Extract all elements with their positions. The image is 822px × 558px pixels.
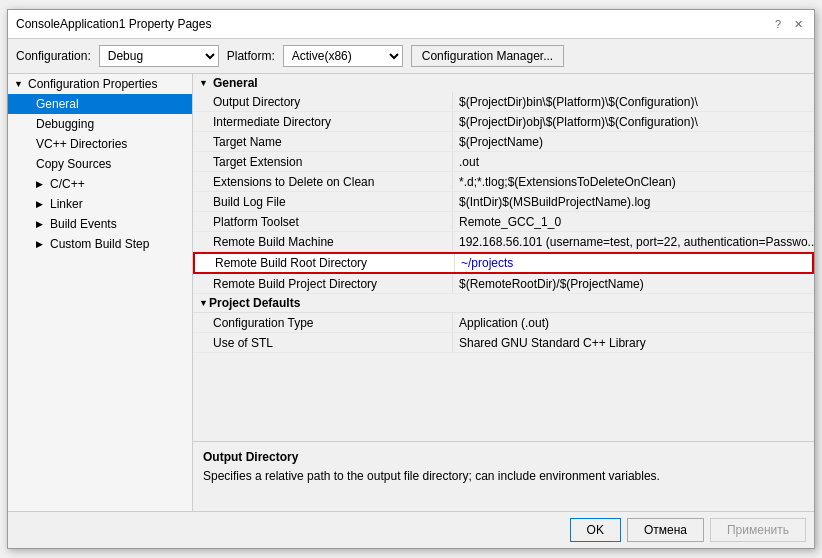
sidebar-item-label: C/C++ [50,177,85,191]
table-row: Intermediate Directory $(ProjectDir)obj\… [193,112,814,132]
prop-value: $(ProjectDir)obj\$(Platform)\$(Configura… [453,112,814,131]
window-title: ConsoleApplication1 Property Pages [16,17,211,31]
sidebar-item-config-props[interactable]: ▼ Configuration Properties [8,74,192,94]
cancel-button[interactable]: Отмена [627,518,704,542]
config-label: Configuration: [16,49,91,63]
table-row: Remote Build Machine 192.168.56.101 (use… [193,232,814,252]
prop-name: Target Extension [193,152,453,171]
prop-value: $(ProjectDir)bin\$(Platform)\$(Configura… [453,92,814,111]
footer: OK Отмена Применить [8,511,814,548]
expand-arrow-icon: ▶ [36,199,46,209]
expand-arrow-icon: ▶ [36,179,46,189]
table-row: Target Extension .out [193,152,814,172]
platform-select[interactable]: Active(x86) [283,45,403,67]
sidebar: ▼ Configuration Properties General Debug… [8,74,193,511]
section-expand-icon: ▼ [199,298,209,308]
prop-value: Application (.out) [453,313,814,332]
close-button[interactable]: ✕ [790,16,806,32]
prop-value: $(IntDir)$(MSBuildProjectName).log [453,192,814,211]
prop-name: Use of STL [193,333,453,352]
prop-name: Output Directory [193,92,453,111]
prop-value: Shared GNU Standard C++ Library [453,333,814,352]
prop-value: Remote_GCC_1_0 [453,212,814,231]
prop-value: 192.168.56.101 (username=test, port=22, … [453,232,814,251]
content-area: ▼ Configuration Properties General Debug… [8,73,814,511]
section-expand-icon: ▼ [199,78,209,88]
apply-button[interactable]: Применить [710,518,806,542]
expand-arrow-icon: ▶ [36,239,46,249]
table-row: Remote Build Project Directory $(RemoteR… [193,274,814,294]
sidebar-item-custom-build-step[interactable]: ▶ Custom Build Step [8,234,192,254]
prop-value: $(RemoteRootDir)/$(ProjectName) [453,274,814,293]
expand-arrow-icon: ▼ [14,79,24,89]
prop-name: Intermediate Directory [193,112,453,131]
prop-name: Remote Build Machine [193,232,453,251]
section-header-project-defaults: ▼ Project Defaults [193,294,814,313]
sidebar-item-label: General [36,97,79,111]
prop-value: $(ProjectName) [453,132,814,151]
property-pages-window: ConsoleApplication1 Property Pages ? ✕ C… [7,9,815,549]
titlebar-controls: ? ✕ [770,16,806,32]
sidebar-item-linker[interactable]: ▶ Linker [8,194,192,214]
sidebar-item-general[interactable]: General [8,94,192,114]
sidebar-item-debugging[interactable]: Debugging [8,114,192,134]
sidebar-item-label: Custom Build Step [50,237,149,251]
table-row: Extensions to Delete on Clean *.d;*.tlog… [193,172,814,192]
expand-arrow-icon: ▶ [36,219,46,229]
prop-value: .out [453,152,814,171]
table-row: Target Name $(ProjectName) [193,132,814,152]
sidebar-item-label: VC++ Directories [36,137,127,151]
sidebar-item-label: Configuration Properties [28,77,157,91]
toolbar: Configuration: Debug Platform: Active(x8… [8,39,814,73]
table-row: Platform Toolset Remote_GCC_1_0 [193,212,814,232]
main-content: ▼ General Output Directory $(ProjectDir)… [193,74,814,511]
table-row: Use of STL Shared GNU Standard C++ Libra… [193,333,814,353]
sidebar-item-cpp[interactable]: ▶ C/C++ [8,174,192,194]
sidebar-item-vc-directories[interactable]: VC++ Directories [8,134,192,154]
table-row: Configuration Type Application (.out) [193,313,814,333]
sidebar-item-copy-sources[interactable]: Copy Sources [8,154,192,174]
props-area: ▼ General Output Directory $(ProjectDir)… [193,74,814,441]
prop-name: Extensions to Delete on Clean [193,172,453,191]
table-row-highlighted: Remote Build Root Directory ~/projects [193,252,814,274]
configuration-select[interactable]: Debug [99,45,219,67]
help-button[interactable]: ? [770,16,786,32]
config-manager-button[interactable]: Configuration Manager... [411,45,564,67]
section-title: Project Defaults [209,296,300,310]
sidebar-item-build-events[interactable]: ▶ Build Events [8,214,192,234]
table-row: Build Log File $(IntDir)$(MSBuildProject… [193,192,814,212]
prop-name: Platform Toolset [193,212,453,231]
prop-name: Build Log File [193,192,453,211]
prop-name: Configuration Type [193,313,453,332]
prop-name: Remote Build Project Directory [193,274,453,293]
bottom-panel-title: Output Directory [203,450,804,464]
prop-value: *.d;*.tlog;$(ExtensionsToDeleteOnClean) [453,172,814,191]
ok-button[interactable]: OK [570,518,621,542]
prop-name-highlighted: Remote Build Root Directory [195,254,455,272]
section-title: General [213,76,258,90]
table-row: Output Directory $(ProjectDir)bin\$(Plat… [193,92,814,112]
sidebar-item-label: Build Events [50,217,117,231]
prop-value-highlighted: ~/projects [455,254,812,272]
prop-name: Target Name [193,132,453,151]
sidebar-item-label: Copy Sources [36,157,111,171]
sidebar-item-label: Linker [50,197,83,211]
bottom-panel-description: Specifies a relative path to the output … [203,468,804,485]
section-header-general: ▼ General [193,74,814,92]
platform-label: Platform: [227,49,275,63]
sidebar-item-label: Debugging [36,117,94,131]
titlebar: ConsoleApplication1 Property Pages ? ✕ [8,10,814,39]
bottom-panel: Output Directory Specifies a relative pa… [193,441,814,511]
